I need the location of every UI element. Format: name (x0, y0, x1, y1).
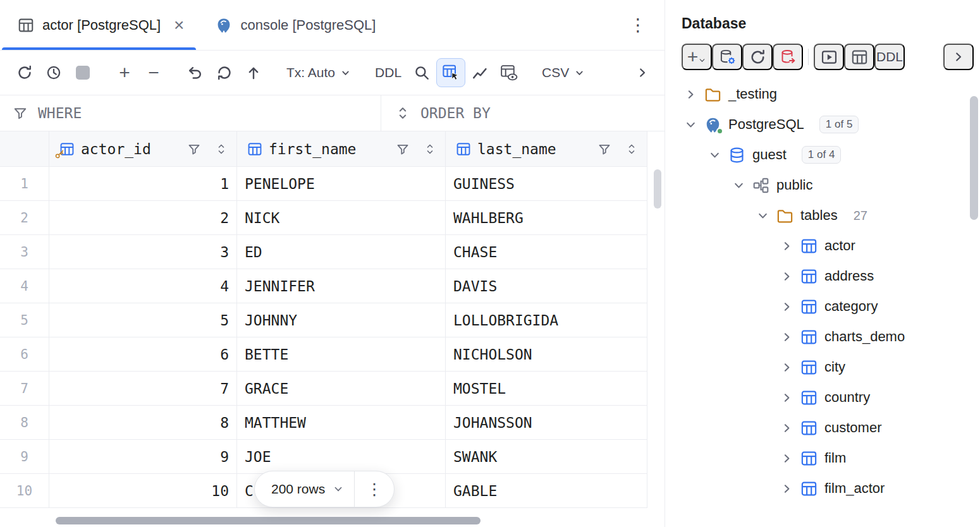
cell-actor-id[interactable]: 8 (49, 406, 237, 440)
filter-icon[interactable] (187, 142, 201, 156)
tree-item-postgresql[interactable]: PostgreSQL 1 of 5 (665, 109, 980, 140)
chevron-right-icon[interactable] (780, 300, 793, 313)
tree-item-film-actor[interactable]: film_actor (665, 473, 980, 504)
tree-item-customer[interactable]: customer (665, 413, 980, 443)
refresh-button[interactable] (742, 44, 773, 70)
cell-first-name[interactable]: JOHNNY (237, 303, 446, 337)
cell-last-name[interactable]: MOSTEL (446, 372, 647, 406)
chevron-down-icon[interactable] (756, 209, 769, 222)
tab-console[interactable]: console [PostgreSQL] (198, 0, 389, 50)
cell-actor-id[interactable]: 2 (49, 201, 237, 235)
ddl-button[interactable]: DDL (874, 44, 905, 70)
row-number[interactable]: 10 (0, 474, 49, 508)
history-button[interactable] (39, 58, 68, 87)
export-dropdown[interactable]: CSV (536, 58, 591, 87)
chevron-right-icon[interactable] (780, 330, 793, 344)
open-table-button[interactable] (844, 44, 874, 70)
stop-button[interactable] (68, 58, 97, 87)
cell-last-name[interactable]: DAVIS (446, 269, 647, 303)
add-row-button[interactable]: + (110, 58, 139, 87)
cell-first-name[interactable]: BETTE (237, 337, 446, 372)
cell-last-name[interactable]: GABLE (446, 474, 647, 508)
disconnect-button[interactable] (773, 44, 803, 70)
tree-item-category[interactable]: category (665, 291, 980, 322)
cell-actor-id[interactable]: 5 (49, 303, 237, 337)
cell-last-name[interactable]: LOLLOBRIGIDA (446, 303, 647, 337)
chevron-right-icon[interactable] (684, 88, 697, 101)
tree-item-tables[interactable]: tables 27 (665, 200, 980, 231)
cell-first-name[interactable]: NICK (237, 201, 446, 235)
grid-vertical-scrollbar[interactable] (654, 169, 661, 209)
tx-mode-dropdown[interactable]: Tx: Auto (281, 58, 357, 87)
jump-to-console-button[interactable] (814, 44, 844, 70)
row-number[interactable]: 8 (0, 406, 49, 440)
tabs-more-icon[interactable]: ⋮ (611, 15, 665, 35)
tree-vertical-scrollbar[interactable] (970, 96, 978, 220)
tree-item-actor[interactable]: actor (665, 231, 980, 261)
cell-actor-id[interactable]: 4 (49, 269, 237, 303)
search-button[interactable] (407, 58, 436, 87)
preview-view-toggle[interactable] (494, 58, 524, 87)
cell-last-name[interactable]: SWANK (446, 440, 647, 474)
tree-item-city[interactable]: city (665, 352, 980, 382)
tree-item-public[interactable]: public (665, 170, 980, 200)
ddl-button[interactable]: DDL (369, 58, 407, 87)
tree-item-testing[interactable]: _testing (665, 79, 980, 109)
chevron-down-icon[interactable] (732, 179, 745, 192)
cell-first-name[interactable]: JENNIFER (237, 269, 446, 303)
page-size-dropdown[interactable]: 200 rows (255, 471, 354, 507)
cell-actor-id[interactable]: 6 (49, 337, 237, 372)
row-number[interactable]: 9 (0, 440, 49, 474)
chevron-right-icon[interactable] (780, 391, 793, 404)
grid-horizontal-scrollbar[interactable] (56, 517, 481, 524)
chart-view-toggle[interactable] (465, 58, 494, 87)
filter-icon[interactable] (597, 142, 611, 156)
reload-page-button[interactable] (210, 58, 239, 87)
tree-item-film[interactable]: film (665, 443, 980, 473)
cell-actor-id[interactable]: 9 (49, 440, 237, 474)
revert-button[interactable] (181, 58, 210, 87)
cell-actor-id[interactable]: 3 (49, 235, 237, 269)
cell-first-name[interactable]: ED (237, 235, 446, 269)
row-number[interactable]: 2 (0, 201, 49, 235)
filter-icon[interactable] (396, 142, 410, 156)
table-view-toggle[interactable] (436, 58, 465, 87)
close-icon[interactable]: × (174, 16, 184, 34)
row-number[interactable]: 3 (0, 235, 49, 269)
column-header-actor-id[interactable]: actor_id (49, 131, 237, 167)
toolbar-overflow-button[interactable] (943, 44, 974, 70)
chevron-right-icon[interactable] (780, 270, 793, 283)
cell-actor-id[interactable]: 1 (49, 167, 237, 201)
cell-first-name[interactable]: JOE (237, 440, 446, 474)
row-number-header[interactable] (0, 131, 49, 167)
chevron-down-icon[interactable] (684, 118, 697, 131)
cell-last-name[interactable]: WAHLBERG (446, 201, 647, 235)
cell-first-name[interactable]: PENELOPE (237, 167, 446, 201)
cell-actor-id[interactable]: 7 (49, 372, 237, 406)
row-number[interactable]: 5 (0, 303, 49, 337)
cell-first-name[interactable]: GRACE (237, 372, 446, 406)
chevron-right-icon[interactable] (780, 482, 793, 495)
sort-icon[interactable] (625, 143, 638, 155)
cell-last-name[interactable]: GUINESS (446, 167, 647, 201)
column-header-first-name[interactable]: first_name (237, 131, 446, 167)
cell-last-name[interactable]: JOHANSSON (446, 406, 647, 440)
chevron-right-icon[interactable] (780, 421, 793, 435)
cell-last-name[interactable]: NICHOLSON (446, 337, 647, 372)
toolbar-overflow-button[interactable] (628, 58, 657, 87)
pager-more-icon[interactable]: ⋮ (355, 480, 394, 499)
data-source-properties-button[interactable] (712, 44, 742, 70)
chevron-down-icon[interactable] (708, 148, 721, 162)
sort-icon[interactable] (424, 143, 436, 155)
row-number[interactable]: 6 (0, 337, 49, 372)
sort-icon[interactable] (215, 143, 228, 155)
chevron-right-icon[interactable] (780, 452, 793, 465)
tree-item-guest[interactable]: guest 1 of 4 (665, 140, 980, 170)
submit-button[interactable] (239, 58, 268, 87)
chevron-right-icon[interactable] (780, 239, 793, 253)
tree-item-address[interactable]: address (665, 261, 980, 291)
chevron-right-icon[interactable] (780, 361, 793, 374)
cell-first-name[interactable]: MATTHEW (237, 406, 446, 440)
column-header-last-name[interactable]: last_name (446, 131, 647, 167)
row-number[interactable]: 7 (0, 372, 49, 406)
